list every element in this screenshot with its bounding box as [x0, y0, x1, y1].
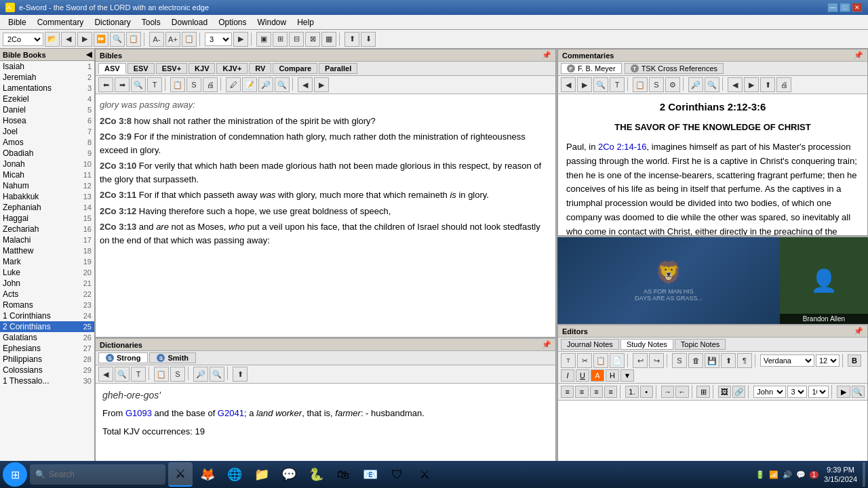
nav-forward-button[interactable]: ▶: [77, 32, 92, 47]
comm-fwd[interactable]: ▶: [577, 77, 592, 92]
fmt-save[interactable]: 💾: [705, 353, 719, 368]
menu-tools[interactable]: Tools: [136, 16, 166, 28]
nav-goto[interactable]: ▶: [837, 386, 850, 398]
search-button[interactable]: 📋: [126, 32, 141, 47]
menu-dictionary[interactable]: Dictionary: [89, 16, 136, 28]
nav-align-center[interactable]: ≡: [575, 386, 588, 398]
commentary-pin[interactable]: 📌: [854, 51, 863, 60]
taskbar-app-sword2[interactable]: ⚔: [412, 462, 437, 487]
taskbar-show-desktop[interactable]: [863, 462, 865, 487]
search-book-button[interactable]: 🔍: [110, 32, 125, 47]
sidebar-book-ezekiel[interactable]: Ezekiel4: [0, 94, 94, 104]
fmt-more[interactable]: ▼: [620, 369, 634, 382]
comm-copy[interactable]: 📋: [633, 77, 648, 92]
dict-export[interactable]: ⬆: [233, 367, 248, 382]
view-grid[interactable]: ⊟: [289, 32, 304, 47]
sidebar-book-zechariah[interactable]: Zechariah16: [0, 224, 94, 235]
go-button[interactable]: ▶: [233, 32, 248, 47]
sidebar-book-galatians[interactable]: Galatians26: [0, 332, 94, 343]
dict-tab-smith[interactable]: SSmith: [149, 352, 196, 363]
font-increase[interactable]: A+: [165, 32, 180, 47]
version-tab-kjv+[interactable]: KJV+: [216, 63, 248, 74]
dict-strong[interactable]: S: [170, 367, 185, 382]
bibles-print[interactable]: 🖨: [203, 77, 218, 92]
menu-help[interactable]: Help: [292, 16, 319, 28]
dict-back[interactable]: ◀: [98, 367, 113, 382]
fmt-underline[interactable]: U: [576, 369, 589, 382]
version-tab-compare[interactable]: Compare: [273, 63, 317, 74]
tab-study-notes[interactable]: Study Notes: [620, 339, 673, 350]
dict-copy[interactable]: 📋: [154, 367, 169, 382]
sidebar-book-mark[interactable]: Mark19: [0, 256, 94, 267]
sidebar-book-acts[interactable]: Acts22: [0, 289, 94, 300]
bibles-note[interactable]: 📝: [242, 77, 257, 92]
window-controls[interactable]: — □ ✕: [827, 3, 863, 12]
source-tab-f.-b.-meyer[interactable]: FF. B. Meyer: [561, 63, 622, 74]
taskbar-app-chrome[interactable]: 🌐: [222, 462, 247, 487]
taskbar-app-files[interactable]: 📁: [250, 462, 274, 487]
fmt-paste[interactable]: 📄: [610, 353, 625, 368]
dict-font[interactable]: T: [131, 367, 146, 382]
source-tab-tsk-cross-references[interactable]: TTSK Cross References: [625, 63, 724, 74]
notification-count[interactable]: 1: [810, 471, 819, 479]
menu-bible[interactable]: Bible: [3, 16, 32, 28]
sidebar-book-obadiah[interactable]: Obadiah9: [0, 148, 94, 159]
sidebar-book-colossians[interactable]: Colossians29: [0, 365, 94, 375]
book-selector[interactable]: 2Co: [3, 33, 43, 46]
comm-options[interactable]: ⚙: [665, 77, 680, 92]
version-tab-esv+[interactable]: ESV+: [156, 63, 187, 74]
taskbar-app-mail[interactable]: 📧: [358, 462, 382, 487]
fmt-export[interactable]: ⬆: [721, 353, 736, 368]
dict-search[interactable]: 🔍: [115, 367, 130, 382]
fmt-italic[interactable]: I: [561, 369, 574, 382]
fmt-bold[interactable]: B: [848, 354, 861, 367]
bibles-back[interactable]: ⬅: [98, 77, 113, 92]
comm-strong[interactable]: S: [649, 77, 664, 92]
comm-link-passage[interactable]: 2Co 2:14-16: [598, 142, 647, 152]
taskbar-clock[interactable]: 9:39 PM 3/15/2024: [824, 465, 857, 485]
taskbar-app-snake[interactable]: 🐍: [304, 462, 328, 487]
nav-img[interactable]: 🖼: [718, 386, 731, 398]
nav-align-justify[interactable]: ≡: [604, 386, 617, 398]
menu-commentary[interactable]: Commentary: [32, 16, 90, 28]
nav-align-right[interactable]: ≡: [590, 386, 603, 398]
dict-zoom[interactable]: 🔎: [193, 367, 208, 382]
layout-button[interactable]: ▦: [321, 32, 336, 47]
sidebar-book-malachi[interactable]: Malachi17: [0, 235, 94, 245]
dict-link-g2041[interactable]: G2041: [218, 408, 244, 418]
minimize-button[interactable]: —: [827, 3, 838, 12]
start-button[interactable]: ⊞: [3, 462, 27, 487]
comm-prev[interactable]: ◀: [728, 77, 743, 92]
bibles-pin[interactable]: 📌: [542, 51, 551, 60]
bibles-fwd[interactable]: ➡: [115, 77, 130, 92]
bibles-next-chapter[interactable]: ▶: [314, 77, 329, 92]
font-family-select[interactable]: Verdana: [760, 354, 814, 367]
comm-zoom-out[interactable]: 🔍: [705, 77, 719, 92]
version-tab-asv[interactable]: ASV: [98, 63, 126, 74]
version-tab-kjv[interactable]: KJV: [189, 63, 215, 74]
taskbar-app-shield[interactable]: 🛡: [385, 462, 410, 487]
import-button[interactable]: ⬇: [361, 32, 376, 47]
editors-pin[interactable]: 📌: [854, 327, 863, 336]
tab-journal-notes[interactable]: Journal Notes: [561, 339, 619, 350]
sidebar-book-micah[interactable]: Micah11: [0, 169, 94, 180]
nav-ol[interactable]: 1.: [625, 386, 638, 398]
close-button[interactable]: ✕: [852, 3, 863, 12]
sidebar-book-haggai[interactable]: Haggai15: [0, 213, 94, 224]
sidebar-book-nahum[interactable]: Nahum12: [0, 180, 94, 191]
taskbar-search-input[interactable]: [30, 464, 165, 485]
taskbar-app-esword[interactable]: ⚔: [168, 462, 193, 487]
comm-zoom-in[interactable]: 🔎: [688, 77, 703, 92]
chapter-selector[interactable]: 3: [205, 33, 232, 46]
sidebar-book-2-corinthians[interactable]: 2 Corinthians25: [0, 321, 94, 332]
maximize-button[interactable]: □: [840, 3, 850, 12]
fmt-undo[interactable]: ↩: [633, 353, 648, 368]
fmt-redo[interactable]: ↪: [649, 353, 664, 368]
taskbar-app-fox[interactable]: 🦊: [195, 462, 220, 487]
fmt-highlight[interactable]: H: [606, 369, 619, 382]
view-split[interactable]: ⊞: [273, 32, 288, 47]
fmt-copy[interactable]: 📋: [593, 353, 608, 368]
fmt-para[interactable]: ¶: [737, 353, 752, 368]
nav-chapter-select[interactable]: 3: [787, 386, 807, 398]
bibles-zoom-in[interactable]: 🔎: [258, 77, 273, 92]
